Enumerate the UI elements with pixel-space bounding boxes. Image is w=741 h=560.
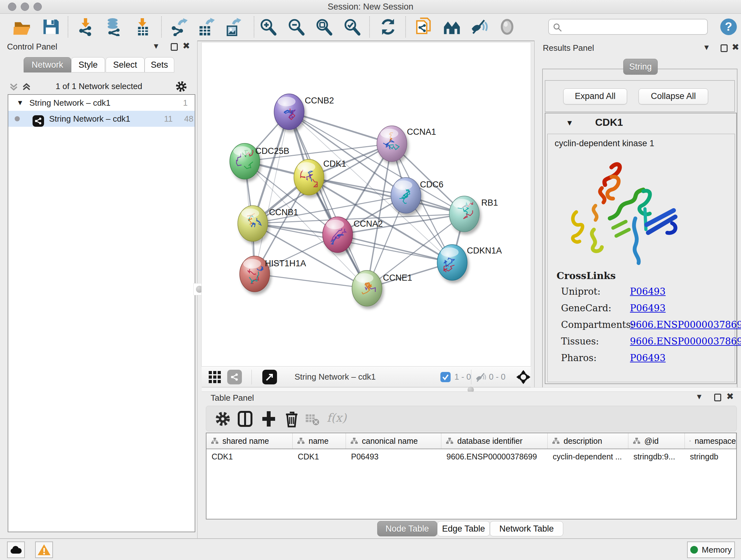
node-CCNA1[interactable] [377,126,407,162]
export-network-icon[interactable] [170,17,188,36]
control-panel-maximize-icon[interactable] [171,43,178,51]
export-image-icon[interactable] [223,17,242,36]
zoom-selected-icon[interactable] [343,17,361,36]
show-all-icon[interactable] [498,17,516,36]
network-current-dot [15,116,20,121]
show-columns-icon[interactable] [236,410,254,428]
table-panel-maximize-icon[interactable] [714,394,721,401]
string-view-icon[interactable] [227,370,242,384]
column-header--id[interactable]: @id [628,433,685,449]
duplicate-network-icon[interactable] [415,17,434,36]
crosslink-link[interactable]: 9606.ENSP00000378699 [630,319,741,330]
table-cell[interactable]: P06493 [346,449,441,464]
edge-CCNB1-CDKN1A[interactable] [253,224,452,262]
column-header-namespace[interactable]: namespace [685,433,736,449]
control-panel-close-icon[interactable]: ✖ [183,41,190,51]
tab-edge-table[interactable]: Edge Table [437,521,490,537]
first-neighbors-icon[interactable] [443,17,461,36]
splitter-handle[interactable] [466,388,475,392]
vertical-splitter[interactable] [197,41,202,538]
node-CDC6[interactable] [391,178,421,213]
results-panel-maximize-icon[interactable] [721,44,728,52]
table-options-gear-icon[interactable] [214,410,232,428]
node-CDKN1A[interactable] [437,245,467,280]
crosslink-link[interactable]: P06493 [630,286,666,297]
birds-eye-view-icon[interactable] [516,370,531,384]
memory-button[interactable]: Memory [687,542,735,558]
column-header-database-identifier[interactable]: database identifier [441,433,548,449]
crosslink-label: Tissues: [561,336,599,347]
zoom-fit-icon[interactable] [315,17,333,36]
network-collection-row[interactable]: ▼ String Network – cdk1 1 [8,95,195,111]
hide-selected-icon[interactable] [470,17,488,36]
collapse-all-networks-icon[interactable] [8,81,19,92]
expand-all-button[interactable]: Expand All [563,88,627,105]
horizontal-splitter[interactable] [202,387,741,392]
node-CCNA2[interactable] [323,217,353,253]
table-cell[interactable]: CDK1 [293,449,346,464]
table-cell[interactable]: stringdb [685,449,736,464]
results-panel-close-icon[interactable]: ✖ [732,43,739,52]
control-panel-float-icon[interactable]: ▾ [154,41,158,51]
network-canvas[interactable]: CCNB2CCNA1CDC25BCDK1CDC6RB1CCNB1CCNA2CDK… [202,43,531,366]
gene-collapse-triangle[interactable]: ▼ [566,118,574,127]
column-header-description[interactable]: description [548,433,628,449]
node-CCNE1[interactable] [352,270,382,306]
export-table-icon[interactable] [197,17,215,36]
tab-node-table[interactable]: Node Table [377,521,437,537]
results-panel-float-icon[interactable]: ▾ [704,43,709,52]
network-row[interactable]: String Network – cdk1 11 48 [8,111,195,127]
table-cell[interactable]: 9606.ENSP00000378699 [441,449,548,464]
crosslink-link[interactable]: P06493 [630,303,666,314]
column-header-name[interactable]: name [293,433,346,449]
node-CCNB2[interactable] [274,94,304,130]
tab-network[interactable]: Network [23,57,71,72]
warnings-button[interactable] [35,542,53,558]
crosslink-link[interactable]: P06493 [630,353,666,363]
table-cell[interactable]: CDK1 [206,449,293,464]
crosslink-label: GeneCard: [561,303,611,314]
import-table-file-icon[interactable] [133,17,152,36]
import-network-file-icon[interactable] [77,17,95,36]
create-column-icon[interactable] [260,410,278,428]
column-header-shared-name[interactable]: shared name [206,433,293,449]
expand-all-networks-icon[interactable] [21,81,32,92]
selected-checkbox-icon[interactable] [441,372,451,382]
string-network-icon [32,115,44,127]
column-label: namespace [695,436,736,446]
delete-column-icon[interactable] [283,410,300,428]
help-icon[interactable]: ? [719,17,738,36]
tab-sets[interactable]: Sets [145,57,174,72]
delete-table-icon [305,413,320,426]
node-RB1[interactable] [449,196,479,232]
table-cell[interactable]: stringdb:9... [628,449,685,464]
table-panel-float-icon[interactable]: ▾ [697,392,701,401]
tab-string[interactable]: String [623,59,658,75]
table-cell[interactable]: cyclin-dependent ... [548,449,628,464]
edge-CCNA2-CDKN1A[interactable] [338,235,452,262]
crosslink-link[interactable]: 9606.ENSP00000378699 [630,336,741,347]
table-panel-close-icon[interactable]: ✖ [726,392,734,401]
cloud-button[interactable] [7,542,25,558]
search-input[interactable] [565,21,704,34]
edge-CCNB2-HIST1H1A[interactable] [255,112,289,274]
tab-style[interactable]: Style [71,57,105,72]
import-network-database-icon[interactable] [104,17,123,36]
zoom-out-icon[interactable] [287,17,306,36]
tab-select[interactable]: Select [106,57,145,72]
edge-CCNB2-CCNA1[interactable] [289,112,392,144]
grid-view-icon[interactable] [208,370,221,384]
refresh-icon[interactable] [379,17,397,36]
network-options-gear-icon[interactable] [175,80,188,93]
collapse-all-button[interactable]: Collapse All [638,88,708,105]
collection-expand-triangle[interactable]: ▼ [17,95,23,111]
save-session-icon[interactable] [42,17,60,36]
open-in-window-icon[interactable] [262,370,277,384]
edge-HIST1H1A-CCNE1[interactable] [255,274,367,288]
zoom-in-icon[interactable] [259,17,278,36]
column-header-canonical-name[interactable]: canonical name [346,433,441,449]
node-CDK1[interactable] [294,159,324,195]
open-folder-icon[interactable] [13,17,31,36]
tab-network-table[interactable]: Network Table [490,521,563,537]
node-CCNB1[interactable] [238,206,268,241]
